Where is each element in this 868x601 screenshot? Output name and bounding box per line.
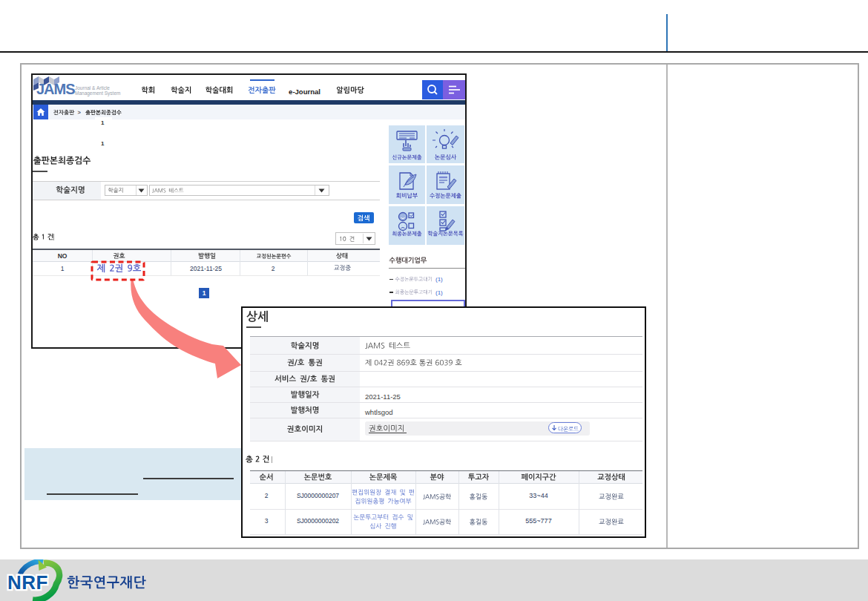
svg-text:NRF: NRF	[7, 571, 48, 594]
